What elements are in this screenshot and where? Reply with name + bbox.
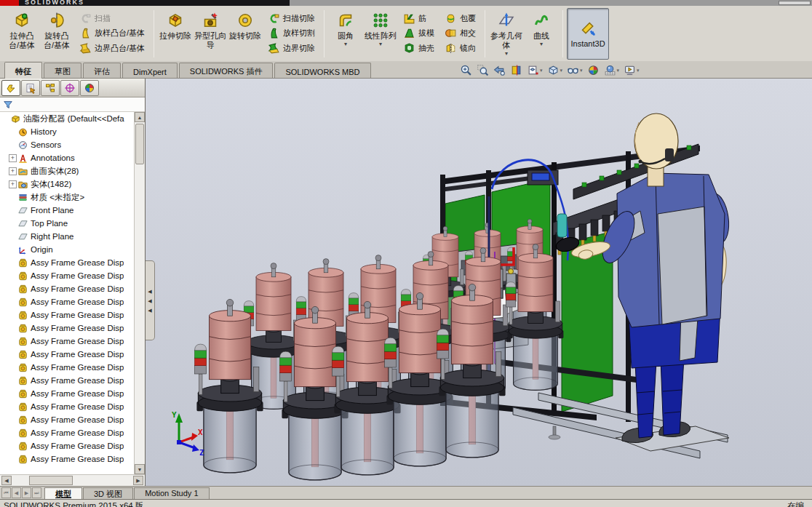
tree-filter-bar[interactable]: [0, 97, 145, 112]
zoom-fit-button[interactable]: ▾: [458, 63, 474, 77]
command-tab[interactable]: 草图: [44, 63, 81, 78]
wrap-button[interactable]: 包覆: [441, 11, 479, 25]
reference-geometry-button[interactable]: 参考几何体▾: [489, 8, 524, 60]
swept-boss-button[interactable]: 扫描: [76, 11, 148, 25]
intersect-button[interactable]: 相交: [441, 26, 479, 41]
chevron-down-icon[interactable]: ▾: [505, 51, 508, 57]
featuremanager-tab[interactable]: [1, 80, 20, 96]
tree-item[interactable]: Assy Frame Grease Disp: [0, 426, 134, 439]
tree-item[interactable]: Assy Frame Grease Disp: [0, 348, 134, 361]
section-view-button[interactable]: ▾: [509, 63, 524, 77]
chevron-down-icon[interactable]: ▾: [617, 68, 620, 73]
tree-item[interactable]: Origin: [0, 243, 134, 256]
scrollbar-thumb[interactable]: [29, 476, 73, 485]
tree-item[interactable]: Front Plane: [0, 204, 134, 217]
previous-view-button[interactable]: ▾: [492, 63, 507, 77]
expand-toggle[interactable]: [9, 167, 17, 175]
tree-item[interactable]: Right Plane: [0, 230, 134, 243]
mirror-button[interactable]: 镜向: [441, 41, 479, 55]
scroll-up-button[interactable]: [135, 112, 145, 122]
window-controls[interactable]: [779, 1, 811, 5]
extruded-cut-button[interactable]: 拉伸切除: [158, 8, 193, 60]
tab-scroll-buttons[interactable]: [0, 487, 44, 499]
tree-item[interactable]: Sensors: [0, 138, 134, 151]
tree-item[interactable]: History: [0, 125, 134, 138]
chevron-down-icon[interactable]: ▾: [637, 68, 640, 73]
lofted-cut-button[interactable]: 放样切割: [264, 26, 319, 41]
scroll-right-button[interactable]: [133, 476, 143, 485]
chevron-down-icon[interactable]: ▾: [344, 41, 347, 47]
command-tab[interactable]: 评估: [83, 63, 121, 78]
view-settings-button[interactable]: ▾: [622, 63, 641, 77]
swept-cut-button[interactable]: 扫描切除: [264, 11, 319, 25]
document-tab[interactable]: 3D 视图: [83, 487, 133, 499]
panel-collapse-handle[interactable]: [146, 260, 155, 340]
rib-button[interactable]: 筋: [399, 11, 438, 25]
tree-item[interactable]: Assy Frame Grease Disp: [0, 374, 134, 387]
tree-item[interactable]: Assy Frame Grease Disp: [0, 439, 134, 452]
propertymanager-tab[interactable]: [21, 80, 40, 96]
revolved-boss-button[interactable]: 旋转凸台/基体: [39, 8, 74, 60]
prev-tab-button[interactable]: [12, 487, 21, 498]
graphics-area[interactable]: Y X Z: [146, 79, 812, 486]
chevron-down-icon[interactable]: ▾: [580, 68, 583, 73]
tree-item[interactable]: Assy Frame Grease Disp: [0, 282, 134, 295]
tree-item[interactable]: Assy Frame Grease Disp: [0, 308, 134, 322]
scrollbar-thumb[interactable]: [135, 124, 144, 164]
chevron-down-icon[interactable]: ▾: [560, 68, 563, 73]
lofted-boss-button[interactable]: 放样凸台/基体: [76, 26, 148, 41]
boundary-cut-button[interactable]: 边界切除: [264, 41, 319, 55]
tree-item[interactable]: Assy Frame Grease Disp: [0, 269, 134, 282]
tree-vertical-scrollbar[interactable]: [134, 112, 145, 474]
shell-button[interactable]: 抽壳: [399, 41, 438, 55]
tree-item[interactable]: Assy Frame Grease Disp: [0, 413, 134, 426]
curves-button[interactable]: 曲线▾: [524, 8, 559, 60]
command-tab[interactable]: SOLIDWORKS 插件: [179, 63, 274, 78]
zoom-area-button[interactable]: ▾: [475, 63, 490, 77]
command-tab[interactable]: 特征: [4, 62, 42, 79]
tree-item[interactable]: Assy Frame Grease Disp: [0, 256, 134, 269]
display-style-button[interactable]: ▾: [546, 63, 565, 77]
chevron-down-icon[interactable]: ▾: [540, 41, 543, 47]
edit-appearance-button[interactable]: ▾: [586, 63, 601, 77]
tree-item[interactable]: Assy Frame Grease Disp: [0, 400, 134, 413]
expand-toggle[interactable]: [9, 180, 17, 188]
hide-show-items-button[interactable]: ▾: [565, 63, 584, 77]
tree-item[interactable]: Assy Frame Grease Disp: [0, 361, 134, 374]
tree-item[interactable]: Top Plane: [0, 217, 134, 230]
tree-item[interactable]: 曲面实体(28): [0, 164, 134, 177]
tree-item[interactable]: 实体(1482): [0, 177, 134, 191]
apply-scene-button[interactable]: ▾: [602, 63, 621, 77]
last-tab-button[interactable]: [32, 487, 41, 498]
view-orientation-button[interactable]: ▾: [525, 63, 544, 77]
document-tab[interactable]: 模型: [44, 487, 82, 499]
tree-item[interactable]: Assy Frame Grease Disp: [0, 295, 134, 308]
draft-button[interactable]: 拔模: [399, 26, 438, 41]
configurationmanager-tab[interactable]: [41, 80, 60, 96]
chevron-down-icon[interactable]: ▾: [379, 41, 382, 47]
fillet-button[interactable]: 圆角▾: [328, 8, 363, 60]
document-tab[interactable]: Motion Study 1: [134, 487, 209, 499]
displaymanager-tab[interactable]: [80, 80, 99, 96]
linear-pattern-button[interactable]: 线性阵列▾: [363, 8, 398, 60]
first-tab-button[interactable]: [1, 487, 11, 498]
scroll-left-button[interactable]: [1, 476, 12, 485]
revolved-cut-button[interactable]: 旋转切除: [228, 8, 263, 60]
dimxpertmanager-tab[interactable]: [60, 80, 79, 96]
scroll-down-button[interactable]: [135, 464, 145, 474]
command-tab[interactable]: DimXpert: [122, 63, 178, 78]
boundary-boss-button[interactable]: 边界凸台/基体: [76, 41, 148, 55]
tree-item[interactable]: Assy Frame Grease Disp: [0, 335, 134, 348]
tree-item[interactable]: Assy Frame Grease Disp: [0, 322, 134, 335]
hole-wizard-button[interactable]: 异型孔向导: [193, 8, 228, 60]
tree-item[interactable]: Assy Frame Grease Disp: [0, 452, 134, 466]
tree-item[interactable]: Assy Frame Grease Disp: [0, 387, 134, 400]
command-tab[interactable]: SOLIDWORKS MBD: [274, 63, 370, 78]
next-tab-button[interactable]: [22, 487, 31, 498]
tree-root-item[interactable]: 油脂分配器 (Default<<Defa: [0, 112, 134, 125]
3d-viewport[interactable]: Y X Z: [146, 79, 812, 486]
tree-horizontal-scrollbar[interactable]: [0, 474, 145, 486]
tree-item[interactable]: 材质 <未指定>: [0, 191, 134, 204]
expand-toggle[interactable]: [9, 154, 17, 162]
instant3d-toggle[interactable]: Instant3D: [567, 8, 609, 60]
